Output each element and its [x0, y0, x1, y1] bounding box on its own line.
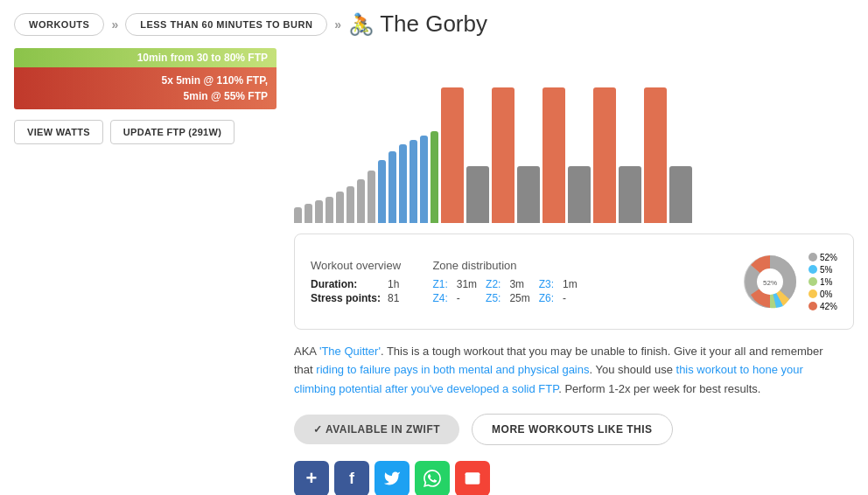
chart-bar: [336, 192, 344, 223]
top-nav: WORKOUTS » LESS THAN 60 MINUTES TO BURN …: [0, 0, 868, 48]
z2-label: Z2:: [486, 277, 509, 291]
chart-bar: [517, 166, 540, 223]
svg-text:52%: 52%: [763, 279, 777, 287]
zwift-button[interactable]: ✓ AVAILABLE IN ZWIFT: [294, 415, 459, 444]
workout-description: AKA 'The Quitter'. This is a tough worko…: [294, 342, 836, 398]
pie-z1-label: 52%: [820, 253, 837, 262]
z4-label: Z4:: [432, 291, 456, 305]
whatsapp-icon: [424, 470, 441, 487]
chart-bar: [294, 207, 302, 223]
chart-bar: [304, 204, 312, 223]
workout-title: 🚴 The Gorby: [348, 10, 487, 38]
share-row: + f: [294, 461, 854, 495]
chart-bar: [357, 179, 365, 223]
share-facebook-button[interactable]: f: [334, 461, 369, 495]
z3-value: 1m: [563, 277, 586, 291]
chart-bar: [399, 144, 407, 223]
chart-bar: [568, 166, 591, 223]
bike-icon: 🚴: [348, 12, 374, 37]
info-bar-orange: 5x 5min @ 110% FTP, 5min @ 55% FTP: [14, 67, 276, 109]
chart-bar: [619, 166, 641, 223]
more-workouts-button[interactable]: MORE WORKOUTS LIKE THIS: [472, 414, 673, 445]
chart-bar: [315, 200, 323, 223]
workout-chart: [294, 48, 854, 223]
z2-value: 3m: [509, 277, 538, 291]
chart-bar: [593, 87, 616, 223]
overview-card: Workout overview Duration: 1h Stress poi…: [294, 234, 854, 330]
chart-bar: [669, 166, 692, 223]
chart-bar: [441, 87, 464, 223]
z3-label: Z3:: [539, 277, 563, 291]
pie-z3-label: 1%: [820, 277, 832, 287]
z6-value: -: [563, 291, 586, 305]
left-button-row: VIEW WATTS UPDATE FTP (291W): [14, 120, 276, 144]
z5-label: Z5:: [486, 291, 509, 305]
z1-label: Z1:: [432, 277, 456, 291]
action-button-row: ✓ AVAILABLE IN ZWIFT MORE WORKOUTS LIKE …: [294, 414, 854, 445]
overview-heading: Workout overview: [311, 259, 406, 272]
pie-z2-label: 5%: [820, 265, 832, 275]
z4-value: -: [457, 291, 486, 305]
chart-bar: [420, 136, 428, 223]
left-panel: 10min from 30 to 80% FTP 5x 5min @ 110% …: [14, 48, 276, 495]
arrow2-icon: »: [334, 17, 341, 31]
right-panel: Workout overview Duration: 1h Stress poi…: [294, 48, 854, 495]
pie-chart: 52%: [735, 247, 805, 317]
twitter-icon: [383, 470, 401, 487]
chart-bar: [466, 166, 489, 223]
zone-heading: Zone distribution: [432, 259, 585, 272]
stress-value: 81: [388, 291, 406, 305]
arrow1-icon: »: [111, 17, 118, 31]
zone-section: Zone distribution Z1: 31m Z2: 3m Z3: 1m …: [432, 259, 585, 305]
main-content: 10min from 30 to 80% FTP 5x 5min @ 110% …: [0, 48, 868, 495]
share-email-button[interactable]: [455, 461, 490, 495]
chart-bar: [542, 87, 565, 223]
filter-nav-btn[interactable]: LESS THAN 60 MINUTES TO BURN: [125, 13, 327, 36]
overview-section: Workout overview Duration: 1h Stress poi…: [311, 259, 406, 305]
email-icon: [464, 470, 481, 487]
chart-bar: [388, 151, 396, 223]
info-bar-green: 10min from 30 to 80% FTP: [14, 48, 276, 67]
workouts-nav-btn[interactable]: WORKOUTS: [14, 13, 104, 36]
share-twitter-button[interactable]: [374, 461, 410, 495]
chart-bar: [492, 87, 514, 223]
chart-bar: [326, 197, 333, 223]
chart-bar: [644, 87, 667, 223]
pie-chart-area: 52% 52% 5% 1%: [735, 247, 837, 317]
chart-bar: [378, 160, 386, 223]
z1-value: 31m: [457, 277, 486, 291]
z6-label: Z6:: [539, 291, 563, 305]
update-ftp-button[interactable]: UPDATE FTP (291W): [110, 120, 234, 144]
share-whatsapp-button[interactable]: [415, 461, 450, 495]
share-add-button[interactable]: +: [294, 461, 329, 495]
chart-bar: [430, 131, 438, 223]
pie-z5-label: 0%: [820, 289, 832, 299]
pie-z6-label: 42%: [820, 302, 837, 311]
stress-label: Stress points:: [311, 291, 388, 305]
chart-bar: [368, 171, 375, 223]
workout-name: The Gorby: [380, 10, 487, 38]
chart-bar: [346, 186, 354, 223]
view-watts-button[interactable]: VIEW WATTS: [14, 120, 103, 144]
duration-label: Duration:: [311, 277, 388, 291]
duration-value: 1h: [388, 277, 406, 291]
chart-bar: [410, 140, 417, 223]
z5-value: 25m: [509, 291, 538, 305]
